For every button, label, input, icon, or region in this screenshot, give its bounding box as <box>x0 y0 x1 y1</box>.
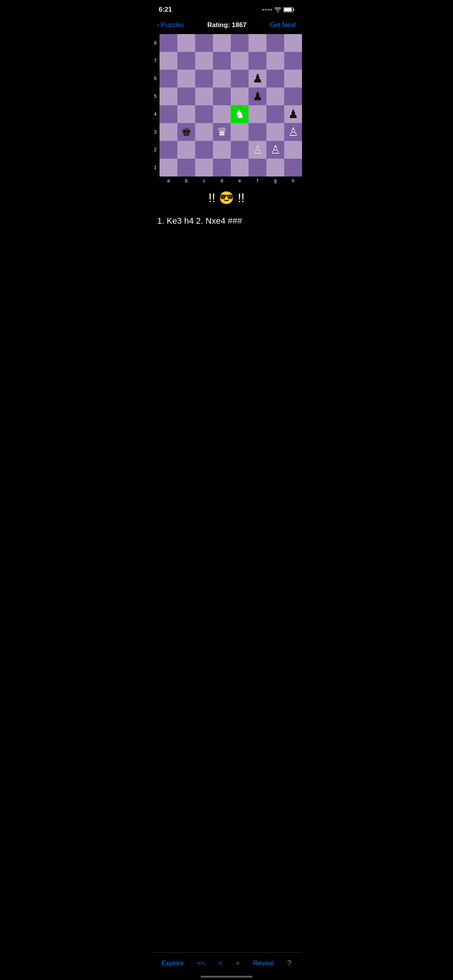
result-display: !! 😎 !! <box>151 185 302 208</box>
cell-f5[interactable]: ♟ <box>249 87 266 105</box>
nav-title: Rating: 1867 <box>208 21 247 29</box>
cell-h6[interactable] <box>284 70 302 87</box>
rank-label-7: 7 <box>151 52 160 70</box>
cell-h8[interactable] <box>284 34 302 52</box>
cell-b1[interactable] <box>177 159 195 176</box>
rank-label-5: 5 <box>151 87 160 105</box>
cell-e3[interactable] <box>231 123 249 141</box>
cell-d2[interactable] <box>213 141 231 159</box>
cell-h2[interactable] <box>284 141 302 159</box>
cell-g5[interactable] <box>266 87 284 105</box>
cell-b7[interactable] <box>177 52 195 70</box>
cell-a1[interactable] <box>160 159 177 176</box>
cell-c2[interactable] <box>195 141 213 159</box>
cell-a6[interactable] <box>160 70 177 87</box>
rank-label-2: 2 <box>151 141 160 159</box>
battery-icon <box>283 7 294 12</box>
cell-c5[interactable] <box>195 87 213 105</box>
cell-g1[interactable] <box>266 159 284 176</box>
cell-b4[interactable] <box>177 105 195 123</box>
rank-label-1: 1 <box>151 159 160 176</box>
file-label-h: h <box>284 176 302 185</box>
cell-d8[interactable] <box>213 34 231 52</box>
cell-c4[interactable] <box>195 105 213 123</box>
cell-h4[interactable]: ♟ <box>284 105 302 123</box>
status-bar: 6:21 <box>151 0 302 17</box>
cell-d3[interactable]: ♛ <box>213 123 231 141</box>
file-label-f: f <box>249 176 266 185</box>
nav-bar: ‹ Puzzles Rating: 1867 Get Next <box>151 17 302 34</box>
file-label-d: d <box>213 176 231 185</box>
cell-a5[interactable] <box>160 87 177 105</box>
cell-e6[interactable] <box>231 70 249 87</box>
cell-a2[interactable] <box>160 141 177 159</box>
cell-h5[interactable] <box>284 87 302 105</box>
cell-c1[interactable] <box>195 159 213 176</box>
cell-b3[interactable]: ♚ <box>177 123 195 141</box>
cell-a4[interactable] <box>160 105 177 123</box>
rank-label-6: 6 <box>151 70 160 87</box>
cell-d1[interactable] <box>213 159 231 176</box>
cell-e7[interactable] <box>231 52 249 70</box>
move-notation: 1. Ke3 h4 2. Nxe4 ### <box>151 208 302 230</box>
back-label: Puzzles <box>161 21 184 29</box>
piece-white: ♛ <box>217 126 227 138</box>
cell-d7[interactable] <box>213 52 231 70</box>
cell-b2[interactable] <box>177 141 195 159</box>
cell-d5[interactable] <box>213 87 231 105</box>
cell-e4[interactable]: ♞ <box>231 105 249 123</box>
piece-white: ♞ <box>235 108 245 120</box>
cell-g3[interactable] <box>266 123 284 141</box>
rank-label-4: 4 <box>151 105 160 123</box>
wifi-icon <box>275 7 281 12</box>
file-label-e: e <box>231 176 249 185</box>
cell-f7[interactable] <box>249 52 266 70</box>
cell-d6[interactable] <box>213 70 231 87</box>
board-corner <box>151 176 160 185</box>
cell-a8[interactable] <box>160 34 177 52</box>
cell-b5[interactable] <box>177 87 195 105</box>
cell-h1[interactable] <box>284 159 302 176</box>
cell-f4[interactable] <box>249 105 266 123</box>
cell-f2[interactable]: ♙ <box>249 141 266 159</box>
cell-c3[interactable] <box>195 123 213 141</box>
status-icons <box>262 7 294 12</box>
piece-white: ♙ <box>252 144 263 156</box>
get-next-button[interactable]: Get Next <box>270 21 296 29</box>
cell-a7[interactable] <box>160 52 177 70</box>
cell-g6[interactable] <box>266 70 284 87</box>
cell-e8[interactable] <box>231 34 249 52</box>
cell-b6[interactable] <box>177 70 195 87</box>
cell-a3[interactable] <box>160 123 177 141</box>
rank-label-8: 8 <box>151 34 160 52</box>
cell-e2[interactable] <box>231 141 249 159</box>
cell-c7[interactable] <box>195 52 213 70</box>
cell-g7[interactable] <box>266 52 284 70</box>
cell-f1[interactable] <box>249 159 266 176</box>
cell-c8[interactable] <box>195 34 213 52</box>
cell-e1[interactable] <box>231 159 249 176</box>
cell-d4[interactable] <box>213 105 231 123</box>
cell-f6[interactable]: ♟ <box>249 70 266 87</box>
cell-g4[interactable] <box>266 105 284 123</box>
cell-h7[interactable] <box>284 52 302 70</box>
cell-c6[interactable] <box>195 70 213 87</box>
back-button[interactable]: ‹ Puzzles <box>157 21 184 29</box>
cell-f8[interactable] <box>249 34 266 52</box>
rank-label-3: 3 <box>151 123 160 141</box>
chess-board-container: 876♟5♟4♞♟3♚♛♙2♙♙1abcdefgh <box>151 34 302 185</box>
cell-g2[interactable]: ♙ <box>266 141 284 159</box>
file-label-g: g <box>266 176 284 185</box>
cell-g8[interactable] <box>266 34 284 52</box>
file-label-c: c <box>195 176 213 185</box>
piece-white: ♙ <box>270 144 281 156</box>
cell-f3[interactable] <box>249 123 266 141</box>
cell-e5[interactable] <box>231 87 249 105</box>
cell-h3[interactable]: ♙ <box>284 123 302 141</box>
chess-board[interactable]: 876♟5♟4♞♟3♚♛♙2♙♙1abcdefgh <box>151 34 302 185</box>
cell-b8[interactable] <box>177 34 195 52</box>
piece-black: ♚ <box>181 126 192 138</box>
file-label-b: b <box>177 176 195 185</box>
piece-white: ♙ <box>288 126 299 138</box>
file-label-a: a <box>160 176 177 185</box>
